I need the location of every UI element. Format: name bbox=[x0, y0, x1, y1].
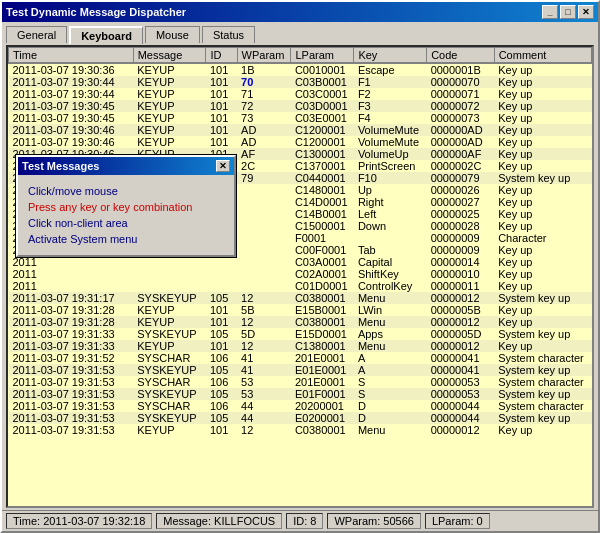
table-cell: C1480001 bbox=[291, 184, 354, 196]
table-cell: 72 bbox=[237, 100, 291, 112]
table-cell: F10 bbox=[354, 172, 427, 184]
table-scroll-area[interactable]: Time Message ID WParam LParam Key Code C… bbox=[8, 47, 592, 506]
tab-mouse[interactable]: Mouse bbox=[145, 26, 200, 43]
table-cell: SYSCHAR bbox=[133, 400, 206, 412]
table-cell: 2011-03-07 19:30:36 bbox=[9, 63, 134, 76]
table-cell: 00000053 bbox=[427, 388, 495, 400]
table-cell: 44 bbox=[237, 412, 291, 424]
table-header-row: Time Message ID WParam LParam Key Code C… bbox=[9, 48, 592, 64]
table-cell: 101 bbox=[206, 100, 237, 112]
table-cell: Key up bbox=[494, 280, 591, 292]
table-cell: 12 bbox=[237, 424, 291, 436]
table-cell: D bbox=[354, 412, 427, 424]
table-cell: 2011-03-07 19:31:53 bbox=[9, 376, 134, 388]
table-cell: 2011-03-07 19:30:45 bbox=[9, 112, 134, 124]
table-cell: 00000073 bbox=[427, 112, 495, 124]
tab-status[interactable]: Status bbox=[202, 26, 255, 43]
table-cell: C0380001 bbox=[291, 316, 354, 328]
table-cell: Key up bbox=[494, 184, 591, 196]
table-cell: KEYUP bbox=[133, 124, 206, 136]
table-cell: System key up bbox=[494, 172, 591, 184]
table-row: 2011-03-07 19:30:44KEYUP10170C03B0001F10… bbox=[9, 76, 592, 88]
table-cell: F4 bbox=[354, 112, 427, 124]
table-cell: A bbox=[354, 352, 427, 364]
table-cell bbox=[206, 280, 237, 292]
status-message: Message: KILLFOCUS bbox=[156, 513, 282, 529]
table-cell: 105 bbox=[206, 364, 237, 376]
tab-keyboard[interactable]: Keyboard bbox=[69, 26, 143, 44]
popup-item-click-nonclient[interactable]: Click non-client area bbox=[28, 215, 224, 231]
table-row: 2011-03-07 19:31:28KEYUP10112C0380001Men… bbox=[9, 316, 592, 328]
table-cell: Down bbox=[354, 220, 427, 232]
table-cell: Key up bbox=[494, 208, 591, 220]
table-row: 2011-03-07 19:30:45KEYUP10172C03D0001F30… bbox=[9, 100, 592, 112]
table-cell: SYSCHAR bbox=[133, 376, 206, 388]
table-cell: AF bbox=[237, 148, 291, 160]
table-cell: System key up bbox=[494, 388, 591, 400]
table-cell: AD bbox=[237, 136, 291, 148]
table-cell: 2011 bbox=[9, 256, 134, 268]
table-cell: 00000027 bbox=[427, 196, 495, 208]
table-container: Time Message ID WParam LParam Key Code C… bbox=[6, 45, 594, 508]
table-row: 2011-03-07 19:31:17SYSKEYUP10512C0380001… bbox=[9, 292, 592, 304]
table-cell: Right bbox=[354, 196, 427, 208]
table-cell: C03E0001 bbox=[291, 112, 354, 124]
table-cell: 41 bbox=[237, 352, 291, 364]
table-cell: Key up bbox=[494, 244, 591, 256]
table-cell: Key up bbox=[494, 424, 591, 436]
table-cell: 00000044 bbox=[427, 400, 495, 412]
header-lparam: LParam bbox=[291, 48, 354, 64]
table-cell: C0380001 bbox=[291, 424, 354, 436]
table-cell: F0001 bbox=[291, 232, 354, 244]
table-cell: KEYUP bbox=[133, 112, 206, 124]
table-cell: 00000026 bbox=[427, 184, 495, 196]
popup-item-activate-menu[interactable]: Activate System menu bbox=[28, 231, 224, 247]
header-id: ID bbox=[206, 48, 237, 64]
table-cell: 105 bbox=[206, 412, 237, 424]
table-cell: 2011-03-07 19:30:46 bbox=[9, 136, 134, 148]
table-cell: Menu bbox=[354, 292, 427, 304]
table-cell: Capital bbox=[354, 256, 427, 268]
table-cell: A bbox=[354, 364, 427, 376]
table-row: 2011-03-07 19:31:53SYSCHAR10653201E0001S… bbox=[9, 376, 592, 388]
table-cell: Key up bbox=[494, 220, 591, 232]
table-cell: Key up bbox=[494, 316, 591, 328]
table-cell: 12 bbox=[237, 340, 291, 352]
popup-item-press-key[interactable]: Press any key or key combination bbox=[28, 199, 224, 215]
maximize-button[interactable]: □ bbox=[560, 5, 576, 19]
table-cell: C0010001 bbox=[291, 63, 354, 76]
main-window: Test Dynamic Message Dispatcher _ □ ✕ Ge… bbox=[0, 0, 600, 533]
table-cell: 000000AD bbox=[427, 124, 495, 136]
table-cell: Menu bbox=[354, 340, 427, 352]
table-cell: Key up bbox=[494, 148, 591, 160]
table-row: 2011-03-07 19:31:53SYSKEYUP10541E01E0001… bbox=[9, 364, 592, 376]
table-cell: Menu bbox=[354, 424, 427, 436]
close-button[interactable]: ✕ bbox=[578, 5, 594, 19]
status-bar: Time: 2011-03-07 19:32:18 Message: KILLF… bbox=[2, 510, 598, 531]
table-cell: 5B bbox=[237, 304, 291, 316]
table-cell: Key up bbox=[494, 256, 591, 268]
popup-item-click-mouse[interactable]: Click/move mouse bbox=[28, 183, 224, 199]
table-cell: 101 bbox=[206, 76, 237, 88]
table-cell bbox=[237, 196, 291, 208]
table-cell: SYSKEYUP bbox=[133, 292, 206, 304]
table-cell: C02A0001 bbox=[291, 268, 354, 280]
popup-close-button[interactable]: ✕ bbox=[216, 160, 230, 172]
table-cell: 2011-03-07 19:31:53 bbox=[9, 400, 134, 412]
table-cell: KEYUP bbox=[133, 63, 206, 76]
table-cell: KEYUP bbox=[133, 316, 206, 328]
table-cell: C00F0001 bbox=[291, 244, 354, 256]
table-cell: D bbox=[354, 400, 427, 412]
table-row: 2011-03-07 19:31:53SYSKEYUP10553E01F0001… bbox=[9, 388, 592, 400]
table-cell: 73 bbox=[237, 112, 291, 124]
table-cell: System character bbox=[494, 376, 591, 388]
tab-general[interactable]: General bbox=[6, 26, 67, 43]
table-cell: 2011-03-07 19:30:45 bbox=[9, 100, 134, 112]
table-cell: F2 bbox=[354, 88, 427, 100]
table-cell: Key up bbox=[494, 196, 591, 208]
status-wparam: WParam: 50566 bbox=[327, 513, 420, 529]
table-cell: 71 bbox=[237, 88, 291, 100]
table-cell: C0380001 bbox=[291, 292, 354, 304]
table-cell: VolumeUp bbox=[354, 148, 427, 160]
minimize-button[interactable]: _ bbox=[542, 5, 558, 19]
